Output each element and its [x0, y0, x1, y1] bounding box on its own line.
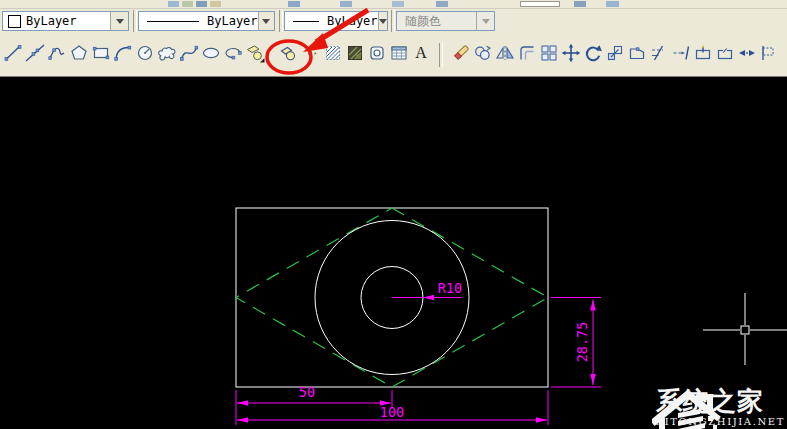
spline-button[interactable] [178, 44, 200, 66]
extend-button[interactable] [670, 44, 692, 66]
arc-button[interactable] [112, 44, 134, 66]
join-button[interactable] [736, 44, 758, 66]
cad-dimensions: R10 50 100 28.75 [236, 280, 601, 425]
make-block-icon [279, 43, 299, 67]
break-at-point-button[interactable] [692, 44, 714, 66]
offset-button[interactable] [516, 44, 538, 66]
plotstyle-control-dropdown: 随颜色 [396, 11, 495, 31]
scale-button[interactable] [604, 44, 626, 66]
table-icon [389, 43, 409, 67]
toolbar-fragment [392, 1, 404, 7]
toolbar-fragment [182, 1, 193, 7]
multiline-text-icon: A [411, 43, 431, 67]
copy-button[interactable] [472, 44, 494, 66]
ellipse-button[interactable] [200, 44, 222, 66]
autocad-window: ByLayer ByLayer ByLayer 随颜色 A [0, 0, 787, 429]
array-button[interactable] [538, 44, 560, 66]
circle-icon [135, 43, 155, 67]
draw-modify-toolbar: A [0, 34, 787, 77]
dropdown-arrow-icon[interactable] [110, 12, 128, 30]
color-control-dropdown[interactable]: ByLayer [2, 11, 129, 31]
hatch-button[interactable] [322, 44, 344, 66]
stretch-button[interactable] [626, 44, 648, 66]
break-button[interactable] [714, 44, 736, 66]
toolbar-separator [133, 10, 137, 32]
revision-cloud-icon [157, 43, 177, 67]
arc-icon [113, 43, 133, 67]
multiline-text-button[interactable]: A [410, 44, 432, 66]
toolbar-fragment [168, 1, 179, 7]
lineweight-control-dropdown[interactable]: ByLayer [284, 11, 388, 31]
toolbar-fragment [574, 1, 586, 7]
toolbar-separator [279, 10, 283, 32]
linetype-control-dropdown[interactable]: ByLayer [138, 11, 275, 31]
dropdown-arrow-icon [476, 12, 494, 30]
toolbar-fragment [340, 1, 352, 7]
table-button[interactable] [388, 44, 410, 66]
color-control-value: ByLayer [26, 14, 77, 28]
region-button[interactable] [366, 44, 388, 66]
line-icon [3, 43, 23, 67]
properties-toolbar: ByLayer ByLayer ByLayer 随颜色 [0, 9, 787, 34]
scale-icon [605, 43, 625, 67]
toolbar-fragment [606, 1, 619, 7]
rectangle-button[interactable] [90, 44, 112, 66]
color-swatch-icon [8, 15, 21, 28]
linetype-sample-icon [147, 21, 199, 22]
revision-cloud-button[interactable] [156, 44, 178, 66]
watermark: 系统之家 XITONGZHIJIA.NET [652, 388, 785, 427]
toolbar-fragment [288, 1, 300, 7]
rotate-button[interactable] [582, 44, 604, 66]
chamfer-button[interactable] [758, 44, 780, 66]
erase-button[interactable] [450, 44, 472, 66]
gradient-icon [345, 43, 365, 67]
construction-line-button[interactable] [24, 44, 46, 66]
region-icon [367, 43, 387, 67]
line-button[interactable] [2, 44, 24, 66]
plotstyle-control-value: 随颜色 [405, 13, 441, 30]
circle-button[interactable] [134, 44, 156, 66]
array-icon [539, 43, 559, 67]
svg-text:50: 50 [299, 384, 315, 400]
trim-button[interactable] [648, 44, 670, 66]
move-button[interactable] [560, 44, 582, 66]
rotate-icon [583, 43, 603, 67]
mirror-button[interactable] [494, 44, 516, 66]
toolbar-fragment [436, 1, 448, 7]
toolbar-fragment [196, 1, 207, 7]
erase-icon [451, 43, 471, 67]
offset-icon [517, 43, 537, 67]
dropdown-arrow-icon[interactable] [378, 12, 387, 30]
extend-icon [671, 43, 691, 67]
trim-icon [649, 43, 669, 67]
crosshair-cursor [703, 293, 787, 365]
polyline-button[interactable] [46, 44, 68, 66]
insert-block-button[interactable] [244, 44, 266, 66]
toolbar-separator [439, 43, 443, 67]
polygon-icon [69, 43, 89, 67]
toolbar-separator [391, 10, 395, 32]
make-block-button[interactable] [278, 44, 300, 66]
svg-text:28.75: 28.75 [574, 322, 590, 363]
drawing-canvas[interactable]: R10 50 100 28.75 [0, 77, 787, 429]
ellipse-arc-button[interactable] [222, 44, 244, 66]
gradient-button[interactable] [344, 44, 366, 66]
cad-drawing: R10 50 100 28.75 [0, 77, 787, 429]
insert-block-icon [245, 43, 265, 67]
clipped-toolbar-strip [0, 0, 787, 9]
svg-text:R10: R10 [438, 280, 462, 296]
toolbar-fragment [210, 1, 221, 7]
break-icon [715, 43, 735, 67]
dropdown-arrow-icon[interactable] [258, 12, 274, 30]
point-button[interactable] [300, 44, 322, 66]
polygon-button[interactable] [68, 44, 90, 66]
draw-toolbar-group: A [2, 44, 432, 66]
ellipse-arc-icon [223, 43, 243, 67]
svg-text:A: A [415, 44, 427, 61]
polyline-icon [47, 43, 67, 67]
break-at-point-icon [693, 43, 713, 67]
mirror-icon [495, 43, 515, 67]
join-icon [737, 43, 757, 67]
hatch-icon [323, 43, 343, 67]
move-icon [561, 43, 581, 67]
